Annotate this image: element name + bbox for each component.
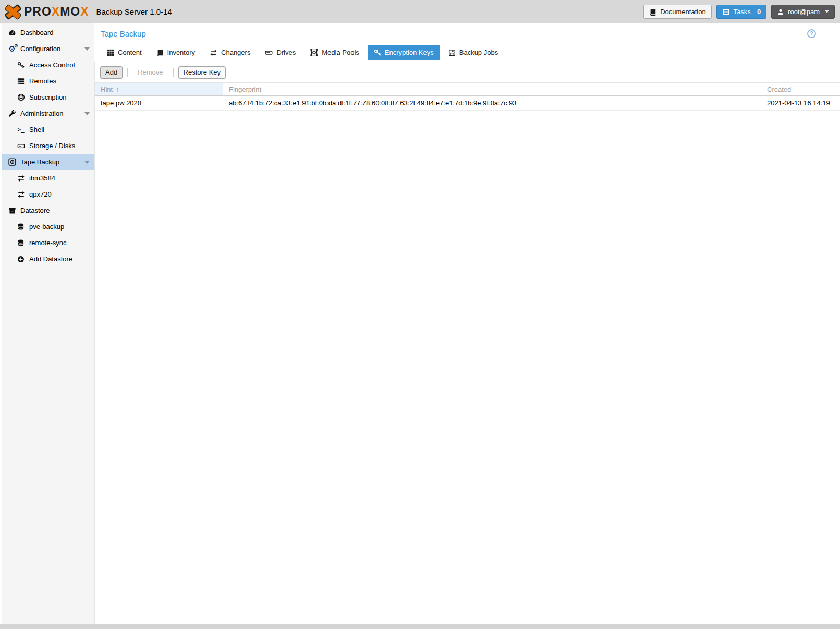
terminal-icon <box>16 126 26 134</box>
tape-icon <box>7 158 17 166</box>
exchange-icon <box>16 174 26 183</box>
sidebar-item-remotes[interactable]: Remotes <box>2 73 94 89</box>
collapse-caret-icon[interactable] <box>84 47 90 51</box>
drive-icon <box>265 49 273 56</box>
tab-drives[interactable]: Drives <box>259 45 302 60</box>
sidebar-item-label: pve-backup <box>29 223 64 231</box>
cell-created: 2021-04-13 16:14:19 <box>761 99 840 107</box>
key-icon <box>374 49 381 56</box>
chevron-down-icon <box>825 10 829 13</box>
column-header-created[interactable]: Created <box>761 83 840 95</box>
proxmox-x-icon <box>4 4 22 20</box>
cogs-icon <box>7 45 17 53</box>
exchange-icon <box>16 190 26 199</box>
sidebar-item-dashboard[interactable]: Dashboard <box>2 25 94 41</box>
sidebar-item-remote-sync[interactable]: remote-sync <box>2 235 94 251</box>
tab-label: Content <box>118 49 142 56</box>
cell-fingerprint: ab:67:f4:1b:72:ca:33:e1:91:bf:0b:da:df:1… <box>223 99 761 107</box>
tab-changers[interactable]: Changers <box>203 45 257 60</box>
restore-key-button[interactable]: Restore Key <box>178 66 226 79</box>
tasks-button[interactable]: Tasks 0 <box>716 5 766 19</box>
encryption-keys-panel: Add Remove Restore Key Hint Fingerprint … <box>94 62 840 624</box>
sidebar-item-tape-backup[interactable]: Tape Backup <box>2 154 94 170</box>
sort-ascending-icon: Hint <box>101 86 119 93</box>
brand-wordmark: PROXMOX <box>24 5 89 19</box>
tab-content[interactable]: Content <box>101 45 148 60</box>
sidebar-item-administration[interactable]: Administration <box>2 105 94 122</box>
main-panel: Tape Backup ? Content <box>94 23 840 624</box>
book-icon <box>649 8 656 16</box>
sidebar-item-label: Remotes <box>29 77 56 85</box>
sidebar-item-label: Subscription <box>29 93 67 101</box>
sidebar-item-access-control[interactable]: Access Control <box>2 57 94 73</box>
tabstrip: Content Inventory Chan <box>94 43 840 62</box>
table-row[interactable]: tape pw 2020 ab:67:f4:1b:72:ca:33:e1:91:… <box>95 96 840 111</box>
database-icon <box>16 239 26 247</box>
column-header-label: Fingerprint <box>229 86 261 93</box>
tab-inventory[interactable]: Inventory <box>150 45 201 60</box>
tab-label: Media Pools <box>322 49 359 56</box>
sidebar-item-configuration[interactable]: Configuration <box>2 41 94 57</box>
brand-part: MO <box>60 5 80 19</box>
sidebar-item-label: remote-sync <box>29 239 67 247</box>
database-icon <box>16 223 26 231</box>
task-list-icon <box>722 8 730 16</box>
tasks-count-badge: 0 <box>757 8 761 16</box>
remove-button: Remove <box>132 66 168 79</box>
grid-header: Hint Fingerprint Created <box>95 82 840 96</box>
life-ring-icon <box>16 93 26 102</box>
tab-label: Drives <box>276 49 296 56</box>
tasks-label: Tasks <box>734 8 751 16</box>
column-header-label: Created <box>767 86 791 93</box>
tachometer-icon <box>7 29 17 37</box>
page-title: Tape Backup <box>101 29 146 38</box>
add-button[interactable]: Add <box>100 66 123 79</box>
tab-encryption-keys[interactable]: Encryption Keys <box>368 45 440 60</box>
grid-icon <box>107 49 114 56</box>
documentation-button[interactable]: Documentation <box>643 5 711 19</box>
main-header: Tape Backup ? <box>94 23 840 43</box>
user-label: root@pam <box>788 8 820 16</box>
app-title: Backup Server 1.0-14 <box>96 7 172 16</box>
sidebar-nav-tree: Dashboard Configuration Access Control <box>0 23 94 624</box>
sidebar-item-label: Dashboard <box>20 29 54 37</box>
tab-media-pools[interactable]: Media Pools <box>304 45 366 60</box>
brand-part: PRO <box>24 5 52 19</box>
proxmox-logo: PROXMOX <box>4 4 89 20</box>
sidebar-item-datastore[interactable]: Datastore <box>2 202 94 219</box>
user-icon <box>777 8 784 16</box>
book-icon <box>156 49 164 56</box>
toolbar: Add Remove Restore Key <box>95 62 840 82</box>
sidebar-item-pve-backup[interactable]: pve-backup <box>2 219 94 235</box>
sidebar-item-ibm3584[interactable]: ibm3584 <box>2 170 94 186</box>
sidebar-item-label: Add Datastore <box>29 255 72 263</box>
media-pools-icon <box>310 49 318 56</box>
documentation-label: Documentation <box>660 8 705 16</box>
sidebar-item-label: ibm3584 <box>29 174 55 182</box>
tab-label: Inventory <box>167 49 195 56</box>
app-shell: Dashboard Configuration Access Control <box>0 23 840 624</box>
sidebar-item-label: Datastore <box>20 207 50 214</box>
window-bottom-edge <box>0 624 840 629</box>
topbar: PROXMOX Backup Server 1.0-14 Documentati… <box>0 0 840 23</box>
sidebar-item-subscription[interactable]: Subscription <box>2 89 94 105</box>
collapse-caret-icon[interactable] <box>84 161 90 164</box>
sidebar-item-add-datastore[interactable]: Add Datastore <box>2 251 94 267</box>
key-icon <box>16 61 26 69</box>
exchange-icon <box>210 49 217 56</box>
sidebar-item-qpx720[interactable]: qpx720 <box>2 186 94 202</box>
column-header-hint[interactable]: Hint <box>95 83 223 95</box>
sidebar-item-shell[interactable]: Shell <box>2 122 94 138</box>
tab-backup-jobs[interactable]: Backup Jobs <box>442 45 504 60</box>
floppy-icon <box>448 49 456 56</box>
brand-part: X <box>52 5 60 19</box>
sidebar-item-storage-disks[interactable]: Storage / Disks <box>2 138 94 154</box>
tab-label: Encryption Keys <box>385 49 434 56</box>
help-icon[interactable]: ? <box>807 29 816 38</box>
column-header-fingerprint[interactable]: Fingerprint <box>223 83 761 95</box>
sidebar-item-label: Tape Backup <box>20 158 59 166</box>
toolbar-separator <box>173 68 174 77</box>
sidebar-item-label: Configuration <box>20 45 60 53</box>
collapse-caret-icon[interactable] <box>84 112 90 115</box>
user-menu-button[interactable]: root@pam <box>771 5 835 19</box>
